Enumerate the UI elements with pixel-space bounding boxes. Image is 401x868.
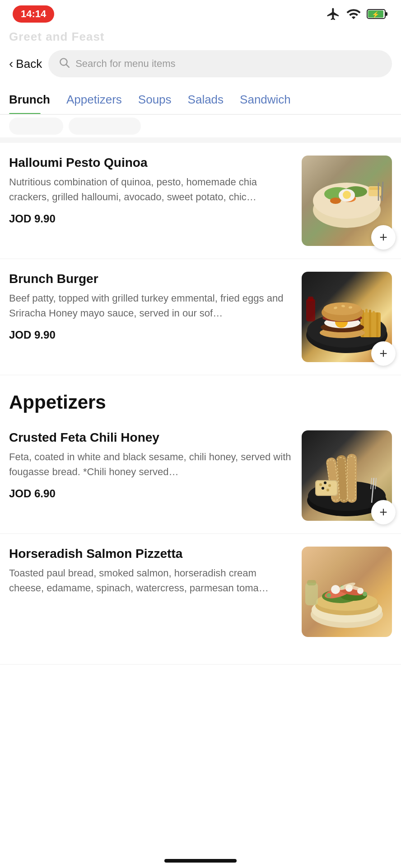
svg-rect-37: [308, 297, 313, 301]
search-icon: [58, 57, 70, 71]
svg-point-68: [363, 592, 367, 596]
appetizers-heading-text: Appetizers: [9, 392, 392, 413]
svg-rect-71: [307, 580, 316, 585]
tab-sandwich[interactable]: Sandwich: [240, 85, 303, 114]
tab-salads[interactable]: Salads: [188, 85, 237, 114]
item-image-wrap-halloumi: +: [302, 156, 392, 246]
svg-text:⚡: ⚡: [372, 11, 380, 19]
svg-rect-22: [365, 309, 368, 337]
tab-soups[interactable]: Soups: [138, 85, 184, 114]
filter-btn-2: [69, 118, 141, 135]
ghost-top-content: Greet and Feast: [0, 26, 401, 46]
svg-rect-23: [369, 310, 371, 337]
menu-item-salmon: Horseradish Salmon Pizzetta Toasted paul…: [0, 534, 401, 665]
search-placeholder: Search for menu items: [75, 58, 175, 70]
svg-point-52: [326, 489, 329, 491]
add-item-feta-button[interactable]: +: [371, 500, 396, 524]
menu-item-brunch-burger: Brunch Burger Beef patty, topped with gr…: [0, 259, 401, 375]
svg-rect-70: [305, 583, 318, 605]
svg-rect-24: [373, 311, 375, 337]
item-desc-salmon: Toasted paul bread, smoked salmon, horse…: [9, 566, 293, 595]
item-price-feta: JOD 6.90: [9, 487, 293, 500]
item-desc-halloumi: Nutritious combination of quinoa, pesto,…: [9, 175, 293, 204]
category-tabs: Brunch Appetizers Soups Salads Sandwich: [0, 85, 401, 115]
status-time: 14:14: [13, 5, 54, 23]
item-info-feta: Crusted Feta Chili Honey Feta, coated in…: [9, 430, 293, 521]
back-label: Back: [16, 57, 42, 71]
battery-icon: ⚡: [367, 8, 388, 20]
svg-rect-47: [316, 481, 337, 495]
home-indicator: [164, 859, 237, 863]
ghost-restaurant-name: Greet and Feast: [9, 30, 105, 43]
svg-line-17: [382, 182, 383, 201]
svg-rect-1: [385, 12, 387, 16]
item-price-burger: JOD 9.90: [9, 329, 293, 341]
appetizers-section-heading: Appetizers: [0, 375, 401, 418]
item-name-halloumi: Halloumi Pesto Quinoa: [9, 156, 293, 170]
tab-appetizers[interactable]: Appetizers: [66, 85, 135, 114]
header: ‹ Back Search for menu items: [0, 46, 401, 85]
svg-point-51: [322, 487, 324, 490]
svg-point-48: [319, 483, 322, 486]
wifi-icon: [346, 6, 361, 22]
svg-point-32: [323, 302, 361, 315]
item-image-salmon: [302, 547, 392, 637]
filter-btn-1: [9, 118, 63, 135]
svg-rect-25: [376, 312, 378, 337]
item-info-halloumi: Halloumi Pesto Quinoa Nutritious combina…: [9, 156, 293, 246]
svg-point-49: [324, 481, 326, 484]
airplane-icon: [326, 7, 340, 21]
item-name-feta: Crusted Feta Chili Honey: [9, 430, 293, 445]
tab-brunch[interactable]: Brunch: [9, 85, 63, 114]
svg-point-11: [330, 198, 341, 204]
item-info-burger: Brunch Burger Beef patty, topped with gr…: [9, 272, 293, 362]
svg-point-50: [328, 484, 331, 487]
menu-item-halloumi: Halloumi Pesto Quinoa Nutritious combina…: [0, 143, 401, 259]
svg-line-5: [66, 65, 69, 67]
status-bar: 14:14 ⚡: [0, 0, 401, 26]
item-desc-burger: Beef patty, topped with grilled turkey e…: [9, 291, 293, 321]
svg-rect-36: [306, 299, 315, 321]
item-desc-feta: Feta, coated in white and black sesame, …: [9, 449, 293, 479]
item-price-halloumi: JOD 9.90: [9, 212, 293, 225]
add-item-halloumi-button[interactable]: +: [371, 225, 396, 250]
back-button[interactable]: ‹ Back: [9, 57, 42, 71]
add-item-burger-button[interactable]: +: [371, 341, 396, 366]
section-divider: [0, 137, 401, 143]
back-chevron-icon: ‹: [9, 57, 13, 71]
item-info-salmon: Horseradish Salmon Pizzetta Toasted paul…: [9, 547, 293, 637]
menu-item-feta: Crusted Feta Chili Honey Feta, coated in…: [0, 418, 401, 534]
search-bar[interactable]: Search for menu items: [48, 50, 392, 77]
svg-point-67: [326, 593, 331, 598]
item-image-wrap-feta: +: [302, 430, 392, 521]
item-name-salmon: Horseradish Salmon Pizzetta: [9, 547, 293, 561]
item-image-wrap-salmon: [302, 547, 392, 637]
item-image-wrap-burger: +: [302, 272, 392, 362]
svg-point-13: [343, 191, 351, 199]
status-icons: ⚡: [326, 6, 388, 22]
item-name-burger: Brunch Burger: [9, 272, 293, 286]
